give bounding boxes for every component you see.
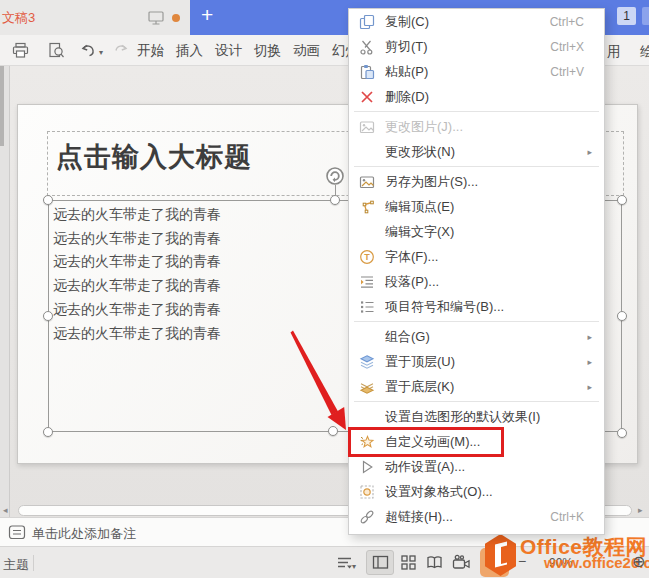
- menu-item[interactable]: 置于底层(K)▸: [349, 374, 604, 399]
- slide-sorter-view-icon[interactable]: [400, 554, 417, 571]
- handle-top-mid[interactable]: [330, 195, 340, 205]
- menu-item-label: 设置自选图形的默认效果(I): [385, 408, 584, 426]
- menu-separator: [349, 164, 604, 169]
- menu-item[interactable]: 段落(P)...: [349, 269, 604, 294]
- menu-item-label: 粘贴(P): [385, 63, 540, 81]
- ribbon-tab-4[interactable]: 切换: [254, 42, 281, 60]
- menu-item[interactable]: 项目符号和编号(B)...: [349, 294, 604, 319]
- handle-top-right[interactable]: [617, 195, 627, 205]
- menu-item[interactable]: 编辑顶点(E): [349, 194, 604, 219]
- font-icon: T: [358, 249, 376, 265]
- menu-item: 更改图片(J)...: [349, 114, 604, 139]
- menu-item[interactable]: 设置对象格式(O)...: [349, 479, 604, 504]
- notes-toggle-icon[interactable]: [336, 554, 353, 571]
- ribbon-tab-5[interactable]: 动画: [293, 42, 320, 60]
- menu-item[interactable]: 粘贴(P)Ctrl+V: [349, 59, 604, 84]
- object-format-icon: [358, 484, 376, 500]
- wps-presentation-window: 文稿3 + 1 ▾ ⌄ 开始插入设计切换动画幻灯: [0, 0, 649, 578]
- menu-item[interactable]: 设置自选图形的默认效果(I): [349, 404, 604, 429]
- theme-label: 主题: [3, 556, 29, 574]
- menu-item-shortcut: Ctrl+C: [550, 15, 584, 29]
- menu-item[interactable]: 动作设置(A)...: [349, 454, 604, 479]
- zoom-in-button[interactable]: ⊕: [632, 552, 645, 571]
- handle-bottom-mid[interactable]: [328, 426, 338, 436]
- menu-separator: [349, 399, 604, 404]
- menu-item[interactable]: 剪切(T)Ctrl+X: [349, 34, 604, 59]
- menu-item[interactable]: 编辑文字(X): [349, 219, 604, 244]
- new-tab-button[interactable]: +: [201, 3, 213, 27]
- menu-item-label: 更改形状(N): [385, 143, 584, 161]
- tab-edge: [642, 7, 649, 25]
- tab-partial-right-2[interactable]: 绘: [640, 43, 649, 61]
- ribbon-tab-2[interactable]: 插入: [176, 42, 203, 60]
- hyperlink-icon: [358, 509, 376, 525]
- menu-item-label: 字体(F)...: [385, 248, 584, 266]
- menu-item-label: 剪切(T): [385, 38, 540, 56]
- submenu-arrow-icon: ▸: [584, 382, 592, 392]
- menu-item-label: 复制(C): [385, 13, 540, 31]
- hscroll-left-arrow[interactable]: ◂: [3, 505, 8, 516]
- hscroll-right-arrow[interactable]: ▸: [638, 505, 643, 516]
- edit-vertex-icon: [358, 199, 376, 215]
- rotation-handle-icon[interactable]: [325, 166, 345, 186]
- handle-bottom-right[interactable]: [617, 428, 627, 438]
- menu-item-label: 编辑文字(X): [385, 223, 584, 241]
- paste-icon: [358, 64, 376, 80]
- zoom-percent: 90%: [549, 556, 573, 570]
- slideshow-view-icon[interactable]: [452, 554, 472, 571]
- tab-count-badge[interactable]: 1: [617, 7, 636, 25]
- menu-item[interactable]: T字体(F)...: [349, 244, 604, 269]
- tab-partial-right-1[interactable]: 用: [607, 43, 621, 61]
- menu-item-label: 自定义动画(M)...: [385, 433, 584, 451]
- menu-item[interactable]: 置于顶层(U)▸: [349, 349, 604, 374]
- reading-view-icon[interactable]: [426, 554, 443, 571]
- menu-item[interactable]: 复制(C)Ctrl+C: [349, 9, 604, 34]
- menu-item-label: 另存为图片(S)...: [385, 173, 584, 191]
- menu-item-shortcut: Ctrl+X: [550, 40, 584, 54]
- scissors-icon: [358, 39, 376, 55]
- handle-top-left[interactable]: [43, 195, 53, 205]
- menu-item-shortcut: Ctrl+K: [550, 510, 584, 524]
- menu-item[interactable]: 超链接(H)...Ctrl+K: [349, 504, 604, 529]
- menu-separator: [349, 109, 604, 114]
- menu-item-shortcut: Ctrl+V: [550, 65, 584, 79]
- menu-item-label: 段落(P)...: [385, 273, 584, 291]
- normal-view-icon[interactable]: [372, 554, 389, 571]
- menu-item-label: 删除(D): [385, 88, 584, 106]
- submenu-arrow-icon: ▸: [584, 147, 592, 157]
- undo-dropdown-caret[interactable]: ▾: [99, 48, 103, 57]
- submenu-arrow-icon: ▸: [584, 332, 592, 342]
- context-menu: 复制(C)Ctrl+C剪切(T)Ctrl+X粘贴(P)Ctrl+V删除(D)更改…: [348, 8, 605, 535]
- handle-mid-left[interactable]: [43, 311, 53, 321]
- zoom-out-button[interactable]: −: [518, 553, 526, 569]
- unsaved-indicator-dot: [172, 14, 180, 22]
- menu-item-label: 项目符号和编号(B)...: [385, 298, 584, 316]
- notes-placeholder[interactable]: 单击此处添加备注: [32, 525, 136, 543]
- menu-item-label: 置于底层(K): [385, 378, 584, 396]
- ribbon-tab-1[interactable]: 开始: [137, 42, 164, 60]
- print-preview-icon[interactable]: [48, 42, 65, 59]
- document-tab-title[interactable]: 文稿3: [2, 9, 35, 27]
- handle-mid-right[interactable]: [617, 311, 627, 321]
- menu-item[interactable]: 另存为图片(S)...: [349, 169, 604, 194]
- menu-item[interactable]: 更改形状(N)▸: [349, 139, 604, 164]
- custom-animation-icon: [358, 434, 376, 450]
- bring-to-front-icon: [358, 354, 376, 370]
- menu-item[interactable]: 删除(D): [349, 84, 604, 109]
- present-monitor-icon[interactable]: [147, 10, 165, 26]
- menu-item[interactable]: 组合(G)▸: [349, 324, 604, 349]
- bullets-icon: [358, 299, 376, 315]
- menu-item-label: 动作设置(A)...: [385, 458, 584, 476]
- undo-icon[interactable]: [80, 42, 97, 59]
- handle-bottom-left[interactable]: [43, 427, 53, 437]
- menu-item-label: 超链接(H)...: [385, 508, 540, 526]
- ribbon-tab-3[interactable]: 设计: [215, 42, 242, 60]
- menu-item-custom-animation[interactable]: 自定义动画(M)...: [349, 429, 604, 454]
- panel-scrollbar[interactable]: [0, 66, 4, 146]
- copy-icon: [358, 14, 376, 30]
- svg-text:T: T: [364, 252, 370, 262]
- save-as-picture-icon: [358, 174, 376, 190]
- print-icon[interactable]: [12, 42, 29, 59]
- submenu-arrow-icon: ▸: [584, 357, 592, 367]
- notes-toggle-caret[interactable]: ▾: [352, 562, 356, 571]
